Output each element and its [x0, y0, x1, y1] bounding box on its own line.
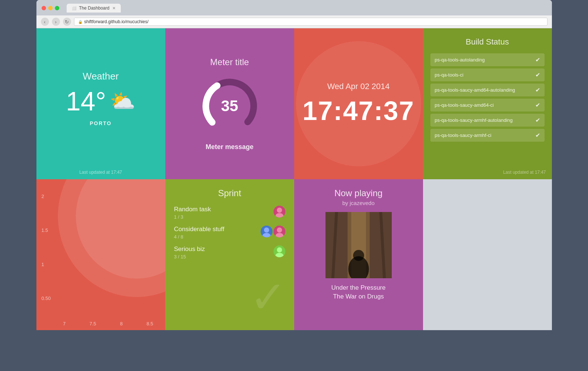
sprint-task: Considerable stuff 4 / 8	[174, 226, 285, 240]
avatar	[261, 226, 272, 237]
sprint-avatars	[274, 206, 285, 218]
browser-tab[interactable]: ⬜ The Dashboard ✕	[67, 4, 121, 13]
tab-close-button[interactable]: ✕	[112, 6, 116, 11]
tile-clock: Wed Apr 02 2014 17:47:37	[294, 28, 423, 179]
build-title: Build Status	[430, 37, 545, 47]
meter-gauge: 35	[198, 75, 261, 137]
build-check-icon: ✔	[535, 71, 540, 78]
graph-y-label: 2	[42, 194, 51, 199]
maximize-button[interactable]	[55, 6, 59, 10]
graph-x-label: 7.5	[89, 321, 96, 326]
weather-main: 14° ⛅	[66, 88, 135, 114]
build-item-name: ps-qa-tools-saucy-amd64-autolanding	[435, 87, 515, 93]
svg-point-8	[264, 227, 269, 233]
tab-bar: ⬜ The Dashboard ✕	[67, 4, 547, 13]
tile-weather: Weather 14° ⛅ PORTO Last updated at 17:4…	[36, 28, 165, 179]
build-item: ps-qa-tools-saucy-amd64-ci ✔	[430, 99, 545, 112]
build-check-icon: ✔	[535, 86, 540, 93]
clock-date: Wed Apr 02 2014	[302, 82, 414, 91]
forward-button[interactable]: ›	[52, 18, 60, 26]
build-item-name: ps-qa-tools-autolanding	[435, 57, 485, 63]
refresh-button[interactable]: ↻	[63, 18, 71, 26]
build-item: ps-qa-tools-ci ✔	[430, 68, 545, 81]
avatar	[274, 226, 285, 237]
title-bar: ⬜ The Dashboard ✕	[36, 0, 552, 15]
weather-icon: ⛅	[110, 89, 135, 113]
back-button[interactable]: ‹	[41, 18, 49, 26]
build-check-icon: ✔	[535, 102, 540, 109]
nowplaying-artist: The War on Drugs	[331, 292, 385, 301]
tile-meter: Meter title 35 Meter message	[165, 28, 294, 179]
svg-point-14	[277, 247, 282, 252]
build-item-name: ps-qa-tools-saucy-amd64-ci	[435, 102, 494, 108]
tile-graph: 2 1.5 1 0.50 7 7.5 8 8.5	[36, 179, 165, 330]
nowplaying-song-title: Under the Pressure	[331, 283, 385, 292]
tile-sprint: Sprint Random task 1 / 3 Considerable st…	[165, 179, 294, 330]
nowplaying-song: Under the Pressure The War on Drugs	[331, 283, 385, 301]
nowplaying-by: by jcazevedo	[342, 200, 375, 206]
build-item-name: ps-qa-tools-saucy-armhf-ci	[435, 132, 492, 138]
build-item-name: ps-qa-tools-ci	[435, 72, 464, 78]
build-item: ps-qa-tools-saucy-armhf-ci ✔	[430, 129, 545, 142]
sprint-task-ratio: 1 / 3	[174, 214, 285, 220]
sprint-task-name: Serious biz	[174, 245, 285, 253]
graph-y-label: 1.5	[42, 227, 51, 233]
graph-x-label: 8	[120, 321, 123, 326]
traffic-lights	[42, 6, 59, 10]
weather-updated: Last updated at 17:47	[79, 170, 122, 175]
sprint-check-decoration: ✓	[250, 272, 287, 323]
avatar	[274, 245, 285, 257]
lock-icon: 🔒	[78, 20, 82, 24]
graph-y-label: 0.50	[42, 296, 51, 301]
build-item: ps-qa-tools-saucy-amd64-autolanding ✔	[430, 84, 545, 96]
graph-svg	[36, 179, 165, 330]
sprint-avatars	[274, 245, 285, 257]
graph-x-label: 8.5	[147, 321, 153, 326]
sprint-task: Random task 1 / 3	[174, 206, 285, 220]
url-text: shiftforward.github.io/mucuchies/	[84, 19, 149, 24]
sprint-task: Serious biz 3 / 15	[174, 245, 285, 259]
sprint-avatars	[261, 226, 285, 237]
browser-window: ⬜ The Dashboard ✕ ‹ › ↻ 🔒 shiftforward.g…	[36, 0, 552, 330]
meter-message: Meter message	[205, 143, 253, 151]
build-item-name: ps-qa-tools-saucy-armhf-autolanding	[435, 117, 513, 123]
nowplaying-title: Now playing	[334, 188, 383, 198]
close-button[interactable]	[42, 6, 46, 10]
svg-point-11	[277, 227, 282, 233]
url-bar[interactable]: 🔒 shiftforward.github.io/mucuchies/	[74, 18, 547, 26]
build-item: ps-qa-tools-autolanding ✔	[430, 53, 545, 66]
clock-time: 17:47:37	[302, 96, 414, 126]
tile-build: Build Status ps-qa-tools-autolanding ✔ p…	[423, 28, 552, 179]
avatar	[274, 206, 285, 218]
weather-temp: 14°	[66, 88, 106, 114]
clock-content: Wed Apr 02 2014 17:47:37	[302, 82, 414, 126]
build-updated: Last updated at 17:47	[503, 170, 546, 175]
graph-y-label: 1	[42, 262, 51, 267]
svg-point-5	[277, 208, 282, 213]
sprint-task-ratio: 3 / 15	[174, 254, 285, 259]
weather-city: PORTO	[90, 120, 112, 126]
tab-favicon: ⬜	[72, 6, 76, 10]
graph-y-labels: 2 1.5 1 0.50	[42, 179, 51, 315]
minimize-button[interactable]	[48, 6, 53, 10]
sprint-title: Sprint	[174, 188, 285, 198]
svg-point-20	[353, 250, 364, 261]
tile-nowplaying: Now playing by jcazevedo THE WAR ON DRUG…	[294, 179, 423, 330]
album-art: THE WAR ON DRUGS	[325, 212, 392, 278]
meter-title: Meter title	[210, 57, 249, 67]
meter-value: 35	[221, 97, 238, 115]
dashboard: Weather 14° ⛅ PORTO Last updated at 17:4…	[36, 28, 552, 330]
graph-x-labels: 7 7.5 8 8.5	[51, 321, 165, 326]
build-check-icon: ✔	[535, 132, 540, 139]
weather-title: Weather	[83, 71, 119, 82]
sprint-task-name: Random task	[174, 206, 285, 213]
build-check-icon: ✔	[535, 56, 540, 63]
build-item: ps-qa-tools-saucy-armhf-autolanding ✔	[430, 114, 545, 127]
album-art-svg	[325, 212, 392, 278]
nav-bar: ‹ › ↻ 🔒 shiftforward.github.io/mucuchies…	[36, 15, 552, 28]
tab-title: The Dashboard	[79, 6, 110, 11]
graph-x-label: 7	[63, 321, 66, 326]
build-check-icon: ✔	[535, 117, 540, 124]
